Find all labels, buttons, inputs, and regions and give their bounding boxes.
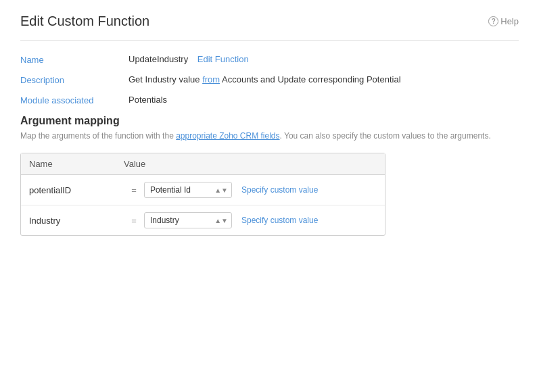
description-row: Description Get Industry value from Acco… <box>20 74 519 85</box>
row-2-custom-value[interactable]: Specify custom value <box>241 216 318 225</box>
page-header: Edit Custom Function ? Help <box>20 14 519 41</box>
help-icon: ? <box>488 16 498 26</box>
argument-table: Name Value potentialID = Potential Id ▲▼… <box>20 153 385 236</box>
desc-before: Get Industry value <box>128 74 202 84</box>
name-label: Name <box>20 54 128 65</box>
section-desc-before: Map the arguments of the function with t… <box>20 131 176 141</box>
col-name-header: Name <box>29 159 124 169</box>
row-1-select-wrap: Potential Id ▲▼ <box>144 182 232 198</box>
name-value-container: UpdateIndustry Edit Function <box>128 54 249 64</box>
desc-after: Accounts and Update corresponding Potent… <box>220 74 400 84</box>
table-row: potentialID = Potential Id ▲▼ Specify cu… <box>21 175 385 205</box>
help-label: Help <box>500 16 519 26</box>
desc-link[interactable]: from <box>202 74 220 84</box>
description-label: Description <box>20 74 128 85</box>
row-1-select[interactable]: Potential Id <box>144 182 232 198</box>
help-link[interactable]: ? Help <box>488 16 519 26</box>
section-title: Argument mapping <box>20 115 519 127</box>
section-desc-after: . You can also specify the custom values… <box>280 131 491 141</box>
page-title: Edit Custom Function <box>20 14 149 29</box>
row-1-equals: = <box>124 185 144 195</box>
page-container: Edit Custom Function ? Help Name UpdateI… <box>0 0 539 249</box>
description-value: Get Industry value from Accounts and Upd… <box>128 74 401 84</box>
argument-section: Argument mapping Map the arguments of th… <box>20 115 519 236</box>
row-2-select[interactable]: Industry <box>144 212 232 228</box>
table-header: Name Value <box>21 153 385 175</box>
section-desc: Map the arguments of the function with t… <box>20 130 519 142</box>
module-value: Potentials <box>128 95 167 105</box>
row-1-custom-value[interactable]: Specify custom value <box>241 185 318 195</box>
section-desc-link[interactable]: appropriate Zoho CRM fields <box>176 131 279 141</box>
module-label: Module associated <box>20 95 128 105</box>
row-2-select-wrap: Industry ▲▼ <box>144 212 232 228</box>
fields-section: Name UpdateIndustry Edit Function Descri… <box>20 54 519 105</box>
function-name: UpdateIndustry <box>128 54 188 64</box>
row-1-name: potentialID <box>29 185 124 195</box>
name-row: Name UpdateIndustry Edit Function <box>20 54 519 65</box>
col-value-header: Value <box>124 159 145 169</box>
row-2-name: Industry <box>29 216 124 226</box>
row-2-equals: = <box>124 216 144 226</box>
module-row: Module associated Potentials <box>20 95 519 105</box>
edit-function-link[interactable]: Edit Function <box>197 54 249 64</box>
table-row: Industry = Industry ▲▼ Specify custom va… <box>21 205 385 235</box>
